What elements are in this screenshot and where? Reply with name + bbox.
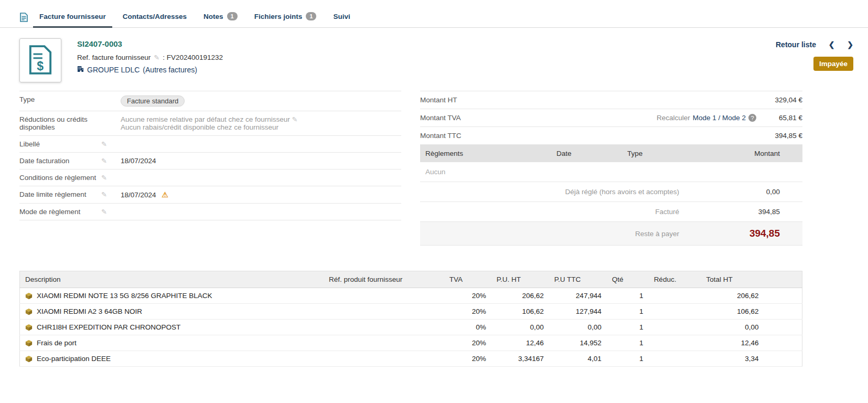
col-total-ht: Total HT [701, 271, 764, 288]
line-reduc [649, 335, 701, 351]
tab-suivi[interactable]: Suivi [325, 8, 358, 27]
recalc-label: Recalculer [657, 114, 690, 122]
line-pu-ht: 12,46 [491, 335, 549, 351]
col-description: Description [20, 271, 324, 288]
edit-mode-reglement-icon[interactable]: ✎ [101, 208, 107, 216]
product-icon [25, 292, 33, 300]
product-icon [25, 324, 33, 331]
line-total-ht: 3,34 [701, 351, 764, 367]
remain-to-pay-label: Reste à payer [420, 230, 679, 238]
amount-ttc-label: Montant TTC [420, 132, 462, 140]
other-invoices-link[interactable]: (Autres factures) [143, 66, 197, 74]
remain-to-pay-value: 394,85 [679, 228, 802, 239]
line-reduc [649, 288, 701, 304]
company-line: GROUPE LDLC (Autres factures) [77, 66, 776, 74]
recalc-mode-links[interactable]: Mode 1 / Mode 2 [693, 114, 746, 122]
line-pu-ht: 106,62 [491, 304, 549, 320]
discounts-label: Réductions ou crédits disponibles [19, 115, 101, 131]
date-limite-value: 18/07/2024 [121, 191, 156, 199]
tab-bar: Facture fournisseur Contacts/Adresses No… [0, 0, 868, 28]
files-count-badge: 1 [306, 12, 316, 20]
tab-notes[interactable]: Notes 1 [195, 7, 246, 27]
line-row[interactable]: Frais de port 20% 12,46 14,952 1 12,46 [20, 335, 802, 351]
edit-conditions-icon[interactable]: ✎ [101, 174, 107, 182]
date-facturation-value: 18/07/2024 [121, 157, 401, 165]
edit-date-facturation-icon[interactable]: ✎ [101, 157, 107, 165]
previous-record-icon[interactable]: ❮ [829, 40, 835, 49]
line-pu-ht: 3,34167 [491, 351, 549, 367]
edit-ref-supplier-icon[interactable]: ✎ [154, 54, 159, 61]
invoice-document-icon: $ [28, 45, 52, 76]
payments-empty: Aucun [420, 162, 802, 182]
line-row[interactable]: Eco-participation DEEE 20% 3,34167 4,01 … [20, 351, 802, 367]
line-description[interactable]: XIAOMI REDMI NOTE 13 5G 8/256 GRAPHITE B… [37, 292, 212, 300]
line-tva: 20% [444, 288, 491, 304]
line-pu-ht: 0,00 [491, 320, 549, 335]
line-pu-ht: 206,62 [491, 288, 549, 304]
col-ref-produit: Réf. produit fournisseur [324, 271, 444, 288]
line-reduc [649, 320, 701, 335]
product-icon [25, 340, 33, 347]
tva-recalc-group: Recalculer Mode 1 / Mode 2 ? [657, 114, 756, 122]
line-row[interactable]: CHR1I8H EXPEDITION PAR CHRONOPOST 0% 0,0… [20, 320, 802, 335]
field-row-date-limite: Date limite règlement ✎ 18/07/2024 ⚠ [19, 186, 401, 204]
amount-tva-label: Montant TVA [420, 114, 461, 122]
tab-facture-fournisseur[interactable]: Facture fournisseur [31, 8, 114, 27]
billed-value: 394,85 [679, 208, 802, 216]
late-warning-icon: ⚠ [162, 190, 168, 199]
amount-ht-label: Montant HT [420, 96, 457, 104]
notes-count-badge: 1 [227, 12, 238, 20]
tab-fichiers-joints-label: Fichiers joints [254, 13, 303, 20]
line-total-ht: 0,00 [701, 320, 764, 335]
discount-relative-text: Aucune remise relative par défaut chez c… [121, 115, 290, 123]
date-facturation-label: Date facturation [19, 157, 101, 165]
payments-header-montant: Montant [722, 150, 780, 157]
right-panel: Montant HT 329,04 € Montant TVA Recalcul… [420, 91, 802, 246]
amount-tva-value: 65,81 € [766, 114, 802, 122]
conditions-reglement-label: Conditions de règlement [19, 174, 101, 182]
tab-fichiers-joints[interactable]: Fichiers joints 1 [246, 7, 325, 27]
invoice-ref: SI2407-0003 [77, 39, 776, 48]
invoice-lines-table: Description Réf. produit fournisseur TVA… [19, 271, 802, 367]
building-icon [77, 66, 84, 74]
line-total-ht: 106,62 [701, 304, 764, 320]
col-tva: TVA [444, 271, 491, 288]
line-row[interactable]: XIAOMI REDMI NOTE 13 5G 8/256 GRAPHITE B… [20, 288, 802, 304]
next-record-icon[interactable]: ❯ [847, 40, 853, 49]
edit-discount-icon[interactable]: ✎ [292, 115, 297, 123]
line-description[interactable]: CHR1I8H EXPEDITION PAR CHRONOPOST [37, 323, 180, 331]
billed-label: Facturé [420, 208, 679, 216]
line-qty: 1 [607, 304, 649, 320]
amount-tva-row: Montant TVA Recalculer Mode 1 / Mode 2 ?… [420, 109, 802, 127]
field-row-type: Type Facture standard [19, 91, 401, 111]
remain-to-pay-row: Reste à payer 394,85 [420, 222, 802, 246]
list-navigation: Retour liste ❮ ❯ [776, 40, 853, 49]
status-badge: Impayée [813, 57, 853, 71]
line-pu-ttc: 127,944 [549, 304, 607, 320]
ref-supplier-label: Ref. facture fournisseur [77, 54, 151, 61]
back-to-list-link[interactable]: Retour liste [776, 40, 816, 49]
company-link[interactable]: GROUPE LDLC [87, 66, 140, 74]
line-description[interactable]: Frais de port [37, 339, 77, 347]
tab-contacts-adresses[interactable]: Contacts/Adresses [114, 8, 195, 27]
payments-header-date: Date [556, 150, 627, 157]
line-row[interactable]: XIAOMI REDMI A2 3 64GB NOIR 20% 106,62 1… [20, 304, 802, 320]
line-description[interactable]: Eco-participation DEEE [37, 355, 111, 363]
line-pu-ttc: 4,01 [549, 351, 607, 367]
edit-date-limite-icon[interactable]: ✎ [101, 190, 107, 198]
product-icon [25, 308, 33, 315]
already-paid-label: Déjà réglé (hors avoirs et acomptes) [420, 188, 679, 196]
mode-reglement-label: Mode de règlement [19, 208, 101, 216]
amount-ht-row: Montant HT 329,04 € [420, 91, 802, 109]
type-label: Type [19, 96, 101, 103]
help-icon[interactable]: ? [748, 114, 756, 122]
ref-supplier-line: Ref. facture fournisseur ✎ : FV202400191… [77, 54, 776, 61]
invoice-thumbnail[interactable]: $ [19, 38, 61, 82]
amount-ttc-row: Montant TTC 394,85 € [420, 127, 802, 145]
line-total-ht: 206,62 [701, 288, 764, 304]
supplier-invoice-icon [20, 13, 28, 22]
line-description[interactable]: XIAOMI REDMI A2 3 64GB NOIR [37, 307, 142, 315]
line-qty: 1 [607, 335, 649, 351]
field-row-libelle: Libellé ✎ [19, 136, 401, 153]
edit-libelle-icon[interactable]: ✎ [101, 140, 107, 148]
